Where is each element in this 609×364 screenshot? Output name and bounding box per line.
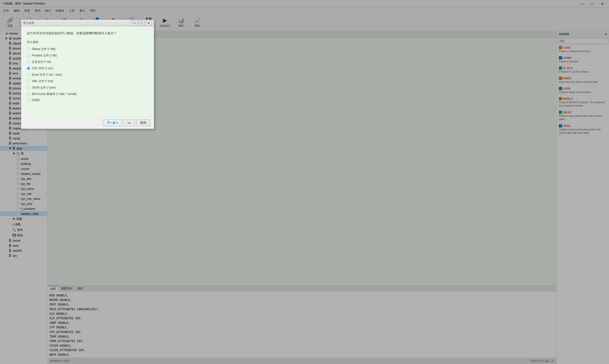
radio-label-odbc[interactable]: ODBC — [32, 99, 40, 102]
modal-titlebar: 导入向导 — □ ✕ — [21, 20, 154, 26]
radio-text[interactable] — [27, 60, 30, 64]
modal-overlay: 导入向导 — □ ✕ 这个向导允许你指定如何导入数据。你要选择哪种数据导入格式？… — [0, 0, 609, 364]
modal-type-label: 导入类型: — [27, 40, 148, 44]
radio-csv[interactable] — [27, 67, 30, 70]
modal-options: DBase 文件 (*.dbf)Paradox 文件 (*.db)文本文件 (*… — [27, 47, 148, 102]
radio-option-csv[interactable]: CSV 文件 (*.csv) — [27, 66, 148, 70]
modal-close-button[interactable]: ✕ — [145, 20, 152, 26]
radio-label-xml[interactable]: XML 文件 (*.xml) — [32, 79, 53, 83]
radio-label-dbase[interactable]: DBase 文件 (*.dbf) — [32, 47, 55, 51]
radio-xml[interactable] — [27, 80, 30, 83]
radio-json[interactable] — [27, 86, 30, 89]
radio-label-msaccess[interactable]: MS Access 数据库 (*.mdb; *.accdb) — [32, 92, 77, 96]
radio-option-msaccess[interactable]: MS Access 数据库 (*.mdb; *.accdb) — [27, 92, 148, 96]
radio-odbc[interactable] — [27, 99, 30, 102]
radio-option-json[interactable]: JSON 文件 (*.json) — [27, 86, 148, 90]
radio-option-odbc[interactable]: ODBC — [27, 99, 148, 102]
radio-option-dbase[interactable]: DBase 文件 (*.dbf) — [27, 47, 148, 51]
radio-option-text[interactable]: 文本文件 (*.txt) — [27, 60, 148, 64]
import-wizard-modal: 导入向导 — □ ✕ 这个向导允许你指定如何导入数据。你要选择哪种数据导入格式？… — [21, 20, 154, 129]
modal-footer: 下一步 > >> 取消 — [21, 117, 154, 129]
radio-option-paradox[interactable]: Paradox 文件 (*.db) — [27, 53, 148, 58]
radio-msaccess[interactable] — [27, 92, 30, 96]
modal-content: 这个向导允许你指定如何导入数据。你要选择哪种数据导入格式？ 导入类型: DBas… — [21, 26, 154, 117]
modal-maximize-button[interactable]: □ — [138, 20, 145, 26]
skip-button[interactable]: >> — [123, 119, 135, 126]
radio-option-xml[interactable]: XML 文件 (*.xml) — [27, 79, 148, 83]
modal-question: 这个向导允许你指定如何导入数据。你要选择哪种数据导入格式？ — [27, 31, 148, 36]
radio-dbase[interactable] — [27, 48, 30, 51]
radio-option-excel[interactable]: Excel 文件 (*.xls; *.xlsx) — [27, 73, 148, 77]
radio-label-json[interactable]: JSON 文件 (*.json) — [32, 86, 56, 90]
radio-excel[interactable] — [27, 73, 30, 76]
modal-title: 导入向导 — [23, 21, 130, 25]
radio-label-csv[interactable]: CSV 文件 (*.csv) — [32, 66, 53, 70]
next-button[interactable]: 下一步 > — [103, 119, 122, 126]
cancel-button[interactable]: 取消 — [136, 119, 150, 126]
modal-minimize-button[interactable]: — — [131, 20, 138, 26]
radio-label-paradox[interactable]: Paradox 文件 (*.db) — [32, 53, 57, 58]
radio-paradox[interactable] — [27, 54, 30, 57]
radio-label-text[interactable]: 文本文件 (*.txt) — [32, 60, 51, 64]
radio-label-excel[interactable]: Excel 文件 (*.xls; *.xlsx) — [32, 73, 62, 77]
